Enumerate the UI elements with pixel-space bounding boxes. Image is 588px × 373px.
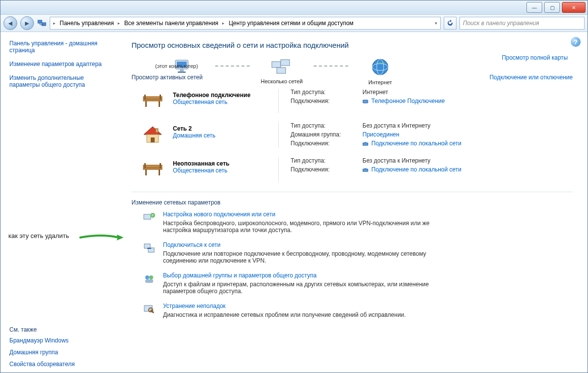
value-access-type: Интернет xyxy=(362,89,573,96)
address-bar[interactable]: ▸ Панель управления ▸ Все элементы панел… xyxy=(50,17,441,30)
svg-rect-43 xyxy=(145,279,153,283)
task-link[interactable]: Настройка нового подключения или сети xyxy=(163,211,275,218)
breadcrumb-network-center[interactable]: Центр управления сетями и общим доступом xyxy=(227,20,356,27)
map-node-internet[interactable]: Интернет xyxy=(348,58,412,85)
label-connections: Подключения: xyxy=(291,166,359,174)
label-connections: Подключения: xyxy=(291,98,359,106)
task-description: Диагностика и исправление сетевых пробле… xyxy=(163,311,406,318)
svg-marker-46 xyxy=(117,235,124,240)
breadcrumb-all-items[interactable]: Все элементы панели управления xyxy=(122,20,220,27)
task-link[interactable]: Подключиться к сети xyxy=(163,241,221,248)
connection-link[interactable]: Подключение по локальной сети xyxy=(371,166,461,173)
close-button[interactable]: ✕ xyxy=(562,2,586,13)
svg-point-42 xyxy=(149,275,153,279)
svg-rect-25 xyxy=(363,143,368,145)
homegroup-link[interactable]: Присоединен xyxy=(362,131,399,138)
svg-rect-31 xyxy=(144,163,146,168)
titlebar: — ▢ ✕ xyxy=(0,0,588,15)
svg-rect-20 xyxy=(363,100,368,103)
main-panel: ? Просмотр основных сведений о сети и на… xyxy=(120,32,588,373)
search-input[interactable]: Поиск в панели управления xyxy=(459,17,585,30)
svg-rect-9 xyxy=(281,60,290,66)
svg-rect-35 xyxy=(144,214,151,219)
maximize-button[interactable]: ▢ xyxy=(544,2,560,13)
svg-rect-32 xyxy=(160,163,161,168)
connection-link[interactable]: Подключение по локальной сети xyxy=(371,140,461,147)
full-map-link[interactable]: Просмотр полной карты xyxy=(502,54,568,61)
network-type-link[interactable]: Общественная сеть xyxy=(173,99,228,105)
sidebar-sharing-link[interactable]: Изменить дополнительные параметры общего… xyxy=(9,74,113,88)
svg-rect-6 xyxy=(180,69,184,71)
back-button[interactable]: ◄ xyxy=(3,16,17,30)
label-homegroup: Домашняя группа: xyxy=(291,131,359,138)
svg-rect-28 xyxy=(143,168,162,170)
svg-rect-10 xyxy=(277,68,286,73)
user-annotation-arrow-icon xyxy=(79,234,124,241)
task-connect: Подключиться к сети Подключение или повт… xyxy=(142,241,573,264)
sidebar-firewall-link[interactable]: Брандмауэр Windows xyxy=(9,337,113,344)
network-name: Неопознанная сеть xyxy=(173,160,266,167)
map-connector xyxy=(215,66,250,68)
svg-rect-17 xyxy=(159,101,160,107)
connection-link[interactable]: Телефонное Подключение xyxy=(371,98,445,104)
bench-icon xyxy=(140,157,165,182)
svg-rect-26 xyxy=(364,142,366,143)
svg-marker-21 xyxy=(144,127,162,135)
svg-text:+: + xyxy=(151,213,154,218)
chevron-right-icon: ▸ xyxy=(117,21,121,26)
svg-rect-15 xyxy=(143,100,162,101)
ethernet-icon xyxy=(362,167,368,173)
connect-icon xyxy=(142,241,156,255)
map-node-label xyxy=(182,80,184,86)
divider xyxy=(131,192,573,192)
network-type-link[interactable]: Общественная сеть xyxy=(173,167,228,174)
network-row-telephone: Телефонное подключение Общественная сеть… xyxy=(131,86,573,119)
help-icon[interactable]: ? xyxy=(571,37,581,47)
map-node-this-computer[interactable] xyxy=(151,57,215,86)
content-area: Панель управления - домашняя страница Из… xyxy=(0,32,588,373)
map-node-multiple-networks[interactable]: Несколько сетей xyxy=(250,59,314,84)
page-title: Просмотр основных сведений о сети и наст… xyxy=(131,41,573,49)
chevron-down-icon[interactable]: ▾ xyxy=(434,21,438,26)
sidebar-homegroup-link[interactable]: Домашняя группа xyxy=(9,349,113,356)
network-row-home: Сеть 2 Домашняя сеть Тип доступа: Без до… xyxy=(131,119,573,154)
svg-rect-14 xyxy=(143,97,162,99)
value-access-type: Без доступа к Интернету xyxy=(362,157,573,164)
task-link[interactable]: Выбор домашней группы и параметров общег… xyxy=(163,272,317,279)
network-type-link[interactable]: Домашняя сеть xyxy=(173,132,215,139)
network-center-icon xyxy=(37,18,47,28)
map-node-label: Несколько сетей xyxy=(261,78,302,84)
svg-rect-24 xyxy=(156,129,158,133)
search-placeholder: Поиск в панели управления xyxy=(463,20,539,27)
task-troubleshoot: Устранение неполадок Диагностика и испра… xyxy=(142,303,573,318)
sidebar-inetopt-link[interactable]: Свойства обозревателя xyxy=(9,361,113,368)
bench-icon xyxy=(140,89,165,113)
task-description: Подключение или повторное подключение к … xyxy=(163,250,439,264)
svg-rect-19 xyxy=(160,95,161,100)
svg-rect-33 xyxy=(363,169,368,171)
svg-rect-23 xyxy=(151,137,155,142)
ethernet-icon xyxy=(362,141,368,147)
network-name: Сеть 2 xyxy=(173,125,266,132)
label-access-type: Тип доступа: xyxy=(291,122,359,129)
divider xyxy=(278,89,279,113)
label-connections: Подключения: xyxy=(291,140,359,148)
svg-rect-29 xyxy=(145,170,147,175)
svg-rect-18 xyxy=(144,95,146,100)
refresh-button[interactable] xyxy=(444,17,457,30)
value-access-type: Без доступа к Интернету xyxy=(362,122,573,129)
breadcrumb-control-panel[interactable]: Панель управления xyxy=(58,20,116,27)
sidebar-adapter-link[interactable]: Изменение параметров адаптера xyxy=(9,61,113,68)
map-node-label: Интернет xyxy=(368,79,392,85)
divider xyxy=(278,157,279,182)
sidebar-home-link[interactable]: Панель управления - домашняя страница xyxy=(9,40,113,54)
svg-rect-0 xyxy=(38,20,42,23)
chevron-right-icon: ▸ xyxy=(221,21,226,26)
forward-button[interactable]: ► xyxy=(20,16,34,30)
svg-rect-16 xyxy=(145,101,147,107)
chevron-right-icon: ▸ xyxy=(52,21,57,26)
label-access-type: Тип доступа: xyxy=(291,89,359,96)
navbar: ◄ ► ▸ Панель управления ▸ Все элементы п… xyxy=(0,15,588,32)
minimize-button[interactable]: — xyxy=(526,2,542,13)
task-link[interactable]: Устранение неполадок xyxy=(163,303,226,309)
